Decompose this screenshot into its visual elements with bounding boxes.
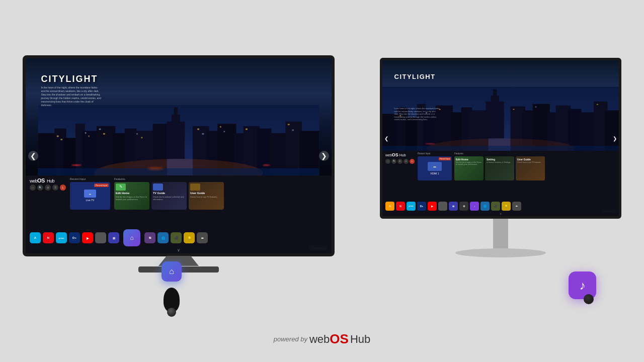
svg-rect-33 [220,126,221,128]
tv-hero-title: CITYLIGHT [41,74,101,84]
monitor-scroll-ball[interactable] [584,294,594,304]
monitor-edit-home-card[interactable]: Edit Home Edit the list of apps on the H… [454,156,484,180]
svg-rect-36 [288,124,290,125]
tv-app-prime[interactable]: prime [56,232,67,243]
remote-scroll-ball[interactable] [167,308,176,317]
tv-next-button[interactable]: ❯ [319,151,329,161]
tv-app-light[interactable]: 💡 [184,232,195,243]
tv-home-button-container: ⌂ [123,229,140,246]
edit-home-icon: ✎ [116,184,126,191]
svg-rect-23 [57,136,59,137]
monitor-guide-desc: Check how to use TV features. [517,161,543,164]
icon-4[interactable]: ☰ [52,185,58,191]
m-app-edit[interactable]: ✏ [512,202,521,211]
monitor-features: Features Edit Home Edit the list of apps… [454,152,616,180]
tv-features-label: Features [114,177,328,180]
m-icon-4[interactable]: ☰ [404,159,409,164]
tv-app-multiview[interactable]: ⧉ [144,232,155,243]
tv-app-youtube[interactable]: ▶ [82,232,93,243]
monitor-recent-card[interactable]: Recent Input ▬ HDMI 1 [418,156,452,180]
monitor-webos-bar: webOS Hub □ 🔍 ⚙ ☰ L [382,151,619,216]
monitor-small-icons: □ 🔍 ⚙ ☰ L [385,159,415,164]
tv-hdmi-icon: ▬ [84,190,96,198]
svg-rect-32 [202,133,204,135]
monitor-base [455,248,546,257]
icon-5[interactable]: L [60,185,66,191]
svg-rect-29 [136,133,138,135]
tv-live-tv-label: Live TV [86,199,95,202]
m-app-browser[interactable]: 🌐 [480,202,490,211]
icon-1[interactable]: □ [30,185,36,191]
monitor-logo-text: webOS Hub [385,152,415,157]
m-app-apple[interactable] [438,202,447,211]
monitor-content: Recent Input Recent Input ▬ HDMI 1 Featu… [418,152,616,180]
tv-frame: CITYLIGHT In the heart of the night, whe… [23,55,335,256]
svg-rect-26 [88,136,90,137]
tv-prev-button[interactable]: ❮ [28,151,38,161]
branding-powered: powered by [274,335,307,343]
tv-app-apple[interactable] [95,232,106,243]
monitor-hero-desc: In the heart of the night, where the mun… [394,107,440,121]
svg-rect-59 [579,112,596,150]
monitor-recent-badge: Recent Input [439,157,451,160]
m-icon-1[interactable]: □ [385,159,390,164]
tv-app-screenshare[interactable]: ⬛ [171,232,182,243]
remote-home-button[interactable]: ⌂ [162,261,182,282]
tv-content-section: Recent Input Recent Input ▬ Live TV Feat… [70,177,328,210]
m-app-settings[interactable]: ⚙ [459,202,468,211]
tv-hero-overlay: CITYLIGHT In the heart of the night, whe… [41,74,101,107]
monitor-chevron-down[interactable]: ∨ [382,212,619,216]
svg-rect-37 [292,130,294,131]
tv-chevron-down[interactable]: ∨ [26,248,332,253]
m-icon-5[interactable]: L [410,159,415,164]
m-app-netflix[interactable]: N [396,202,405,211]
monitor-recent-label: Recent Input [418,152,452,155]
tv-edit-home-card[interactable]: ✎ Edit Home Edit the list of apps on the… [114,182,149,210]
svg-rect-66 [535,107,537,108]
m-app-prime[interactable]: prime [407,202,416,211]
tv-user-guide-card[interactable]: User Guide Check how to use TV features. [189,182,224,210]
svg-rect-31 [197,129,199,130]
monitor-prev-button[interactable]: ❮ [384,136,388,141]
monitor-top-row: webOS Hub □ 🔍 ⚙ ☰ L [382,151,619,201]
svg-rect-25 [85,132,87,134]
m-app-screenshare[interactable]: ⬛ [491,202,500,211]
monitor-recent-section: Recent Input Recent Input ▬ HDMI 1 [418,152,452,180]
monitor-setting-title: Setting [487,158,513,161]
monitor-setting-card[interactable]: Setting In feature functions in Settings… [485,156,514,180]
m-app-apps[interactable]: ⊞ [449,202,458,211]
m-app-light[interactable]: 💡 [502,202,511,211]
tv-feature-cards: ✎ Edit Home Edit the list of apps on the… [114,182,328,210]
m-icon-3[interactable]: ⚙ [397,159,403,164]
m-app-disney[interactable]: D+ [417,202,426,211]
tv-app-netflix[interactable]: N [43,232,54,243]
m-app-music[interactable]: ♪ [470,202,479,211]
monitor-apps-row: A N prime D+ ▶ ⊞ ⚙ ♪ 🌐 ⬛ 💡 ✏ [382,201,619,212]
tv-guide-icon [153,184,163,191]
tv-recent-input-card[interactable]: Recent Input ▬ Live TV [70,182,110,210]
tv-app-disney[interactable]: D+ [69,232,80,243]
m-app-youtube[interactable]: ▶ [428,202,437,211]
tv-app-browser[interactable]: 🌐 [157,232,169,243]
branding-text: powered by webOSHub [274,331,371,347]
tv-guide-title: TV Guide [153,192,185,195]
icon-2[interactable]: 🔍 [37,185,43,191]
tv-webos-bar: webOS Hub □ 🔍 ⚙ ☰ L [26,175,332,253]
tv-guide-card[interactable]: TV Guide Check the broadcast schedule an… [151,182,187,210]
svg-rect-46 [406,117,419,151]
tv-app-amazon[interactable]: A [30,232,41,243]
tv-guide-desc: Check the broadcast schedule and informa… [153,196,185,201]
svg-rect-24 [60,139,62,140]
monitor-guide-card[interactable]: User Guide Check how to use TV features. [516,156,545,180]
icon-3[interactable]: ⚙ [45,185,51,191]
m-icon-2[interactable]: 🔍 [391,159,396,164]
tv-apps-row: A N prime D+ ▶ ⊞ ⌂ ⧉ 🌐 ⬛ [26,228,332,248]
monitor-next-button[interactable]: ❯ [613,136,617,141]
tv-webos-logo: webOS Hub □ 🔍 ⚙ ☰ L [30,177,66,191]
tv-app-apps[interactable]: ⊞ [108,232,119,243]
m-app-amazon[interactable]: A [385,202,394,211]
tv-features-section: Features ✎ Edit Home Edit the list of ap… [114,177,328,210]
svg-rect-34 [223,131,225,132]
tv-app-edit[interactable]: ✏ [197,232,208,243]
tv-home-button[interactable]: ⌂ [123,229,140,246]
